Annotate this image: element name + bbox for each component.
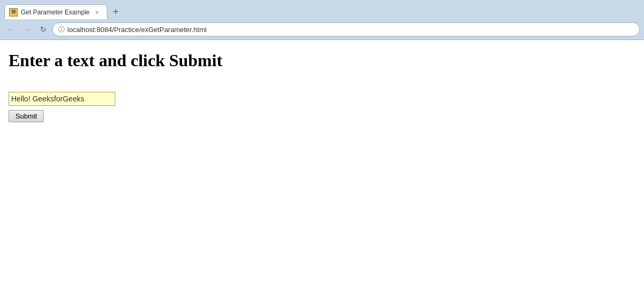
tab-favicon-symbol: 🖼 [11, 10, 15, 14]
text-input[interactable] [9, 92, 115, 106]
lock-icon: ⓘ [58, 25, 65, 34]
browser-chrome: 🖼 Get Parameter Example × + ← → ↻ ⓘ loca… [0, 0, 644, 40]
browser-tab[interactable]: 🖼 Get Parameter Example × [4, 4, 107, 19]
url-text: localhost:8084/Practice/exGetParameter.h… [67, 26, 207, 34]
page-content: Enter a text and click Submit Submit [0, 40, 644, 291]
forward-button[interactable]: → [20, 22, 34, 36]
address-bar[interactable]: ⓘ localhost:8084/Practice/exGetParameter… [52, 22, 640, 36]
address-bar-row: ← → ↻ ⓘ localhost:8084/Practice/exGetPar… [0, 19, 644, 40]
page-heading: Enter a text and click Submit [9, 51, 635, 70]
refresh-button[interactable]: ↻ [36, 22, 50, 36]
new-tab-button[interactable]: + [108, 4, 123, 19]
tab-title: Get Parameter Example [21, 9, 90, 16]
tab-favicon: 🖼 [9, 8, 18, 17]
tab-bar: 🖼 Get Parameter Example × + [0, 0, 644, 19]
submit-button[interactable]: Submit [9, 110, 44, 122]
back-button[interactable]: ← [4, 22, 18, 36]
tab-close-button[interactable]: × [93, 8, 101, 17]
